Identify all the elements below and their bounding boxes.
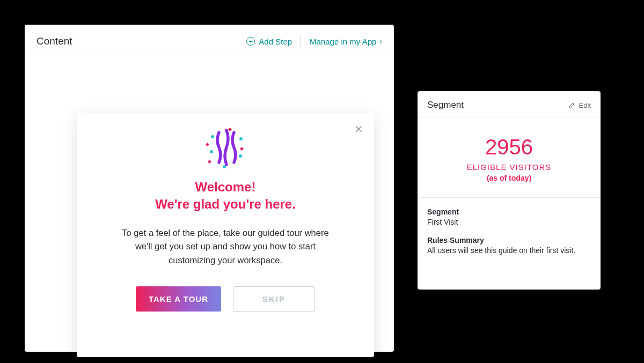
segment-name-value: First Visit bbox=[427, 218, 591, 226]
welcome-card: ✕ Welcome! We're glad you're here. To ge… bbox=[77, 113, 374, 357]
content-panel: Content + Add Step Manage in my App › ✕ bbox=[25, 25, 394, 352]
svg-point-1 bbox=[239, 137, 243, 140]
plus-circle-icon: + bbox=[246, 37, 255, 46]
as-of-label: (as of today) bbox=[427, 174, 591, 182]
edit-link-label: Edit bbox=[579, 101, 591, 109]
add-step-label: Add Step bbox=[259, 37, 292, 46]
confetti-icon bbox=[203, 127, 248, 169]
svg-point-0 bbox=[211, 135, 214, 138]
svg-rect-5 bbox=[228, 128, 232, 131]
close-icon[interactable]: ✕ bbox=[354, 123, 363, 136]
content-panel-header: Content + Add Step Manage in my App › bbox=[25, 25, 394, 55]
segment-name-label: Segment bbox=[427, 208, 591, 216]
divider bbox=[301, 35, 301, 47]
take-a-tour-button[interactable]: TAKE A TOUR bbox=[136, 286, 221, 312]
segment-stats: 2956 ELIGIBLE VISITORS (as of today) bbox=[418, 117, 601, 198]
chevron-right-icon: › bbox=[379, 37, 382, 46]
welcome-buttons: TAKE A TOUR SKIP bbox=[136, 286, 315, 312]
svg-rect-8 bbox=[206, 143, 209, 146]
rules-summary-value: All users will see this guide on their f… bbox=[427, 246, 591, 255]
segment-details: Segment First Visit Rules Summary All us… bbox=[418, 198, 601, 274]
add-step-link[interactable]: + Add Step bbox=[246, 37, 292, 46]
content-actions: + Add Step Manage in my App › bbox=[246, 35, 382, 47]
skip-button[interactable]: SKIP bbox=[233, 286, 315, 312]
svg-point-2 bbox=[210, 150, 213, 153]
svg-point-4 bbox=[223, 165, 226, 168]
edit-link[interactable]: Edit bbox=[568, 101, 591, 109]
welcome-heading: Welcome! We're glad you're here. bbox=[155, 179, 296, 213]
segment-panel-header: Segment Edit bbox=[418, 91, 601, 117]
segment-panel: Segment Edit 2956 ELIGIBLE VISITORS (as … bbox=[418, 91, 601, 290]
eligible-visitors-count: 2956 bbox=[427, 135, 591, 159]
welcome-body: To get a feel of the place, take our gui… bbox=[113, 226, 338, 268]
svg-point-3 bbox=[239, 154, 242, 158]
svg-rect-6 bbox=[208, 160, 211, 164]
eligible-visitors-label: ELIGIBLE VISITORS bbox=[427, 162, 591, 172]
pencil-icon bbox=[568, 101, 576, 109]
welcome-heading-line1: Welcome! bbox=[155, 179, 296, 196]
welcome-heading-line2: We're glad you're here. bbox=[155, 196, 296, 213]
rules-summary-label: Rules Summary bbox=[427, 236, 591, 245]
manage-in-app-link[interactable]: Manage in my App › bbox=[310, 37, 382, 46]
segment-panel-title: Segment bbox=[427, 100, 464, 110]
svg-rect-7 bbox=[240, 147, 244, 151]
manage-link-label: Manage in my App bbox=[310, 37, 376, 46]
page-title: Content bbox=[36, 35, 72, 47]
